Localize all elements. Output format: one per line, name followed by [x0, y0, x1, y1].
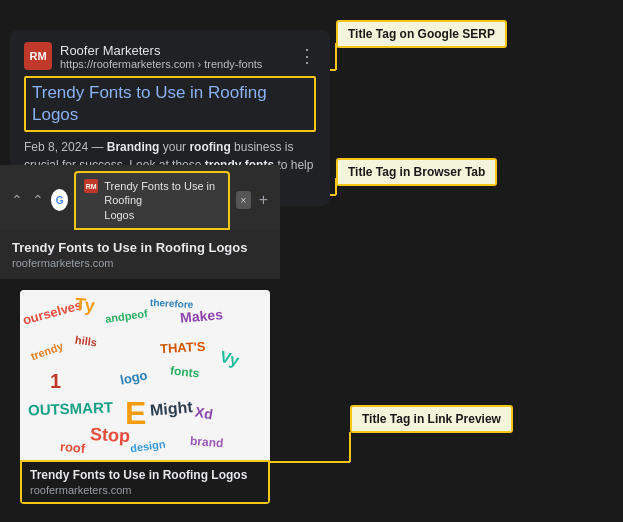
link-preview-section: ourselvesTyandpeofthereforeMakeshillsTHA…	[20, 290, 270, 504]
fonts-collage: ourselvesTyandpeofthereforeMakeshillsTHA…	[20, 290, 270, 460]
font-chip: trendy	[29, 340, 65, 363]
font-chip: design	[129, 438, 166, 455]
font-chip: 1	[50, 370, 61, 393]
font-chip: roof	[59, 439, 85, 456]
font-chip: THAT'S	[160, 339, 206, 356]
serp-site-info: Roofer Marketers https://roofermarketers…	[60, 43, 290, 70]
browser-content: Trendy Fonts to Use in Roofing Logos roo…	[0, 230, 280, 279]
font-chip: Makes	[179, 306, 223, 326]
font-chip: hills	[74, 334, 97, 349]
serp-url: https://roofermarketers.com › trendy-fon…	[60, 58, 290, 70]
serp-favicon-text: RM	[29, 50, 46, 62]
font-chip: andpeof	[104, 307, 148, 325]
font-chip: OUTSMART	[28, 399, 114, 419]
serp-favicon-icon: RM	[24, 42, 52, 70]
font-chip: Xd	[194, 404, 214, 423]
link-preview-annotation-label: Title Tag in Link Preview	[350, 405, 513, 433]
link-preview-url: roofermarketers.com	[30, 484, 260, 496]
font-chip: Vy	[218, 348, 241, 370]
browser-page-url: roofermarketers.com	[12, 257, 268, 269]
browser-tab-bar: ⌃ ⌃ G RM Trendy Fonts to Use in RoofingL…	[0, 165, 280, 230]
tab-title: Trendy Fonts to Use in RoofingLogos	[104, 179, 220, 222]
serp-site-row: RM Roofer Marketers https://roofermarket…	[24, 42, 316, 70]
browser-tab[interactable]: RM Trendy Fonts to Use in RoofingLogos	[74, 171, 230, 230]
tab-favicon-text: RM	[86, 183, 97, 190]
browser-page-title: Trendy Fonts to Use in Roofing Logos	[12, 240, 268, 255]
serp-title[interactable]: Trendy Fonts to Use in Roofing Logos	[24, 76, 316, 132]
link-preview-image: ourselvesTyandpeofthereforeMakeshillsTHA…	[20, 290, 270, 460]
browser-back-button[interactable]: ⌃	[8, 189, 25, 211]
browser-section: ⌃ ⌃ G RM Trendy Fonts to Use in RoofingL…	[0, 165, 280, 279]
font-chip: therefore	[150, 297, 194, 310]
link-preview-title: Trendy Fonts to Use in Roofing Logos	[30, 468, 260, 482]
font-chip: Stop	[89, 424, 130, 447]
browser-forward-button[interactable]: ⌃	[29, 189, 46, 211]
serp-snippet-date: Feb 8, 2024 —	[24, 140, 107, 154]
font-chip: fonts	[169, 364, 200, 381]
font-chip: brand	[190, 434, 224, 450]
google-icon[interactable]: G	[51, 189, 68, 211]
font-chip: Might	[149, 398, 193, 420]
serp-snippet-text1: your	[159, 140, 189, 154]
serp-more-options[interactable]: ⋮	[298, 45, 316, 67]
tab-favicon-icon: RM	[84, 179, 98, 193]
serp-snippet-bold2: roofing	[189, 140, 230, 154]
font-chip: Ty	[74, 294, 95, 317]
serp-snippet-bold1: Branding	[107, 140, 160, 154]
serp-annotation-label: Title Tag on Google SERP	[336, 20, 507, 48]
serp-site-name: Roofer Marketers	[60, 43, 290, 58]
browser-close-tab-button[interactable]: ×	[236, 191, 250, 209]
browser-tab-annotation-label: Title Tag in Browser Tab	[336, 158, 497, 186]
browser-new-tab-button[interactable]: +	[255, 191, 272, 209]
link-preview-bottom: Trendy Fonts to Use in Roofing Logos roo…	[20, 460, 270, 504]
font-chip: logo	[119, 367, 149, 387]
